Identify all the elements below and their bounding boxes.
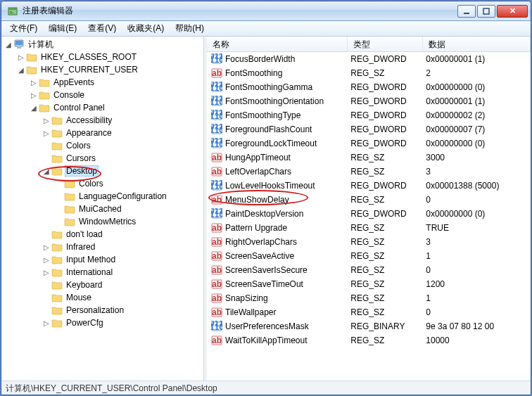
list-item[interactable]: 011110FontSmoothingTypeREG_DWORD0x000000… <box>207 108 531 122</box>
expand-icon[interactable]: ▷ <box>42 243 51 251</box>
tree-node[interactable]: ▷HKEY_CLASSES_ROOT <box>1 51 203 63</box>
list-body[interactable]: 011110FocusBorderWidthREG_DWORD0x0000000… <box>207 52 531 381</box>
cell-type: REG_SZ <box>348 167 423 177</box>
cell-data: 1200 <box>423 279 531 289</box>
svg-text:110: 110 <box>211 125 222 135</box>
expand-icon[interactable]: ▷ <box>30 79 38 87</box>
list-item[interactable]: abSnapSizingREG_SZ1 <box>207 291 531 305</box>
tree-body[interactable]: ◢计算机▷HKEY_CLASSES_ROOT◢HKEY_CURRENT_USER… <box>1 37 203 381</box>
list-item[interactable]: 011110ForegroundLockTimeoutREG_DWORD0x00… <box>207 136 531 151</box>
col-name[interactable]: 名称 <box>207 37 348 51</box>
window-title: 注册表编辑器 <box>23 5 457 17</box>
list-item[interactable]: 011110UserPreferencesMaskREG_BINARY9e 3a… <box>207 319 531 333</box>
tree-node[interactable]: LanguageConfiguration <box>1 190 203 203</box>
tree-node[interactable]: ▷PowerCfg <box>1 317 203 329</box>
folder-icon <box>64 203 75 215</box>
tree-node[interactable]: MuiCached <box>1 203 203 215</box>
list-item[interactable]: abRightOverlapCharsREG_SZ3 <box>207 235 531 249</box>
cell-name: 011110FocusBorderWidth <box>207 53 348 65</box>
list-item[interactable]: 011110FocusBorderWidthREG_DWORD0x0000000… <box>207 52 531 66</box>
col-type[interactable]: 类型 <box>348 37 423 51</box>
tree-node[interactable]: ▷International <box>1 266 203 279</box>
menu-item-4[interactable]: 帮助(H) <box>170 21 210 36</box>
value-name: WaitToKillAppTimeout <box>225 336 307 345</box>
list-item[interactable]: 011110FontSmoothingOrientationREG_DWORD0… <box>207 94 531 108</box>
cell-name: 011110LowLevelHooksTimeout <box>207 180 348 191</box>
cell-name: abScreenSaveActive <box>207 250 348 262</box>
collapse-icon[interactable]: ◢ <box>30 104 38 112</box>
minimize-button[interactable] <box>457 5 476 18</box>
tree-node[interactable]: Mouse <box>1 291 203 304</box>
tree-node[interactable]: ▷Accessibility <box>1 114 203 127</box>
tree-node[interactable]: ▷Appearance <box>1 127 203 139</box>
list-item[interactable]: abTileWallpaperREG_SZ0 <box>207 305 531 319</box>
tree-root[interactable]: ◢计算机 <box>1 38 203 51</box>
tree-node[interactable]: ◢Desktop <box>1 165 203 177</box>
expand-icon[interactable]: ▷ <box>42 319 51 327</box>
list-item[interactable]: abScreenSaverIsSecureREG_SZ0 <box>207 263 531 277</box>
list-item[interactable]: abScreenSaveActiveREG_SZ1 <box>207 249 531 263</box>
list-item[interactable]: abMenuShowDelayREG_SZ0 <box>207 193 531 207</box>
tree-node[interactable]: ▷Input Method <box>1 253 203 266</box>
collapse-icon[interactable]: ◢ <box>4 41 13 49</box>
collapse-icon[interactable]: ◢ <box>42 167 51 175</box>
list-item[interactable]: abScreenSaveTimeOutREG_SZ1200 <box>207 277 531 291</box>
expand-icon[interactable]: ▷ <box>17 53 25 61</box>
svg-rect-1 <box>8 8 17 10</box>
tree-label: Personalization <box>65 305 125 315</box>
list-item[interactable]: abPattern UpgradeREG_SZTRUE <box>207 221 531 235</box>
maximize-button[interactable] <box>477 5 495 18</box>
expand-icon[interactable]: ▷ <box>42 256 51 264</box>
tree-label: Input Method <box>65 255 117 264</box>
list-item[interactable]: abWaitToKillAppTimeoutREG_SZ10000 <box>207 333 531 347</box>
tree-node[interactable]: Colors <box>1 177 203 190</box>
tree-node[interactable]: Colors <box>1 139 203 152</box>
value-name: ScreenSaverIsSecure <box>225 265 308 275</box>
tree-node[interactable]: ◢HKEY_CURRENT_USER <box>1 63 203 76</box>
tree-label: HKEY_CLASSES_ROOT <box>39 52 138 62</box>
expand-icon[interactable]: ▷ <box>30 91 38 99</box>
cell-name: 011110FontSmoothingOrientation <box>207 96 348 107</box>
value-name: FontSmoothingGamma <box>225 82 312 92</box>
svg-text:ab: ab <box>212 279 222 289</box>
cell-data: 0x00000000 (0) <box>423 139 531 148</box>
list-item[interactable]: 011110ForegroundFlashCountREG_DWORD0x000… <box>207 122 531 136</box>
tree-node[interactable]: WindowMetrics <box>1 215 203 228</box>
list-item[interactable]: abLeftOverlapCharsREG_SZ3 <box>207 165 531 179</box>
close-button[interactable]: ✕ <box>497 5 528 18</box>
tree-node[interactable]: Personalization <box>1 304 203 317</box>
value-name: PaintDesktopVersion <box>225 209 303 219</box>
menu-item-0[interactable]: 文件(F) <box>4 21 43 36</box>
tree-label: Accessibility <box>65 115 113 125</box>
cell-name: abWaitToKillAppTimeout <box>207 335 348 346</box>
svg-rect-7 <box>15 41 23 45</box>
tree-node[interactable]: don't load <box>1 228 203 241</box>
tree-node[interactable]: ▷Infrared <box>1 241 203 253</box>
statusbar: 计算机\HKEY_CURRENT_USER\Control Panel\Desk… <box>1 381 531 395</box>
expand-icon[interactable]: ▷ <box>42 117 51 124</box>
expand-icon[interactable]: ▷ <box>42 269 51 276</box>
list-item[interactable]: abHungAppTimeoutREG_SZ3000 <box>207 151 531 165</box>
collapse-icon[interactable]: ◢ <box>17 66 25 74</box>
list-item[interactable]: 011110PaintDesktopVersionREG_DWORD0x0000… <box>207 207 531 221</box>
menu-item-2[interactable]: 查看(V) <box>82 21 122 36</box>
list-item[interactable]: abFontSmoothingREG_SZ2 <box>207 66 531 80</box>
expand-icon[interactable]: ▷ <box>42 129 51 137</box>
tree-node[interactable]: ◢Control Panel <box>1 101 203 114</box>
cell-name: abRightOverlapChars <box>207 236 348 248</box>
folder-icon <box>51 140 63 151</box>
folder-icon <box>51 153 63 164</box>
list-item[interactable]: 011110LowLevelHooksTimeoutREG_DWORD0x000… <box>207 179 531 193</box>
tree-node[interactable]: ▷AppEvents <box>1 76 203 89</box>
col-data[interactable]: 数据 <box>423 37 531 51</box>
tree-node[interactable]: ▷Console <box>1 89 203 101</box>
tree-node[interactable]: Keyboard <box>1 279 203 291</box>
menu-item-1[interactable]: 编辑(E) <box>43 21 82 36</box>
menu-item-3[interactable]: 收藏夹(A) <box>122 21 170 36</box>
titlebar[interactable]: 注册表编辑器 ✕ <box>1 1 531 21</box>
cell-type: REG_SZ <box>348 237 423 247</box>
folder-icon <box>51 292 63 303</box>
tree-node[interactable]: Cursors <box>1 152 203 165</box>
value-name: HungAppTimeout <box>225 153 291 162</box>
list-item[interactable]: 011110FontSmoothingGammaREG_DWORD0x00000… <box>207 80 531 94</box>
